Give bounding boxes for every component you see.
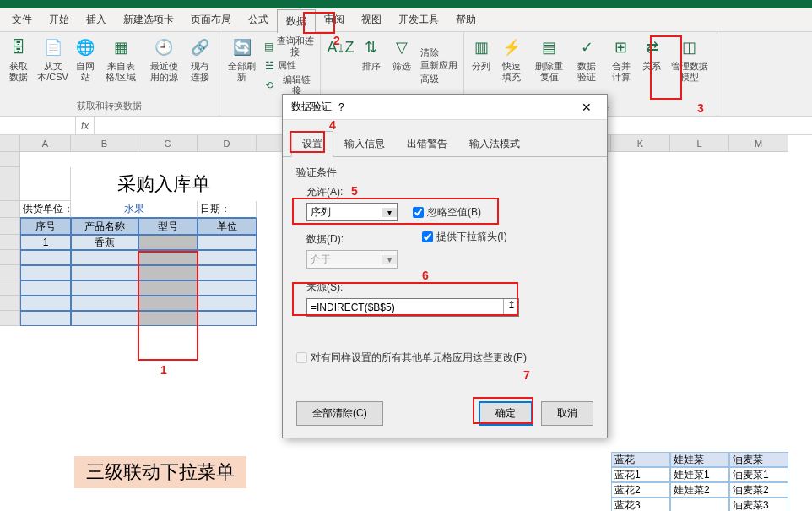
tab-settings[interactable]: 设置 bbox=[291, 131, 333, 157]
menu-help[interactable]: 帮助 bbox=[447, 8, 484, 32]
col-header[interactable]: A bbox=[20, 135, 71, 152]
cell[interactable] bbox=[71, 250, 138, 265]
cell[interactable] bbox=[138, 265, 198, 280]
allow-input[interactable] bbox=[307, 206, 382, 218]
cell[interactable] bbox=[198, 265, 257, 280]
cell[interactable] bbox=[71, 311, 138, 326]
menu-data[interactable]: 数据 bbox=[277, 9, 316, 33]
row-header[interactable] bbox=[0, 218, 20, 235]
sort-button[interactable]: ⇅排序 bbox=[356, 34, 387, 98]
cell[interactable] bbox=[71, 265, 138, 280]
dialog-title-bar[interactable]: 数据验证 ? ✕ bbox=[283, 95, 607, 120]
close-button[interactable]: ✕ bbox=[575, 101, 598, 114]
row-header[interactable] bbox=[0, 280, 20, 296]
source-box[interactable]: ↥ bbox=[306, 298, 519, 317]
cell[interactable] bbox=[71, 296, 138, 311]
cell[interactable] bbox=[20, 311, 71, 326]
row-header[interactable] bbox=[0, 311, 20, 326]
checkbox[interactable] bbox=[413, 207, 424, 218]
dropdown-checkbox[interactable]: 提供下拉箭头(I) bbox=[422, 230, 506, 244]
chevron-down-icon[interactable]: ▾ bbox=[382, 208, 397, 217]
checkbox[interactable] bbox=[422, 231, 433, 242]
tab-error[interactable]: 出错警告 bbox=[396, 131, 458, 157]
allow-combo[interactable]: ▾ bbox=[306, 203, 398, 221]
cell-model[interactable] bbox=[138, 235, 198, 250]
from-range-button[interactable]: ▦来自表格/区域 bbox=[99, 34, 143, 98]
col-header[interactable]: K bbox=[611, 135, 670, 152]
cell[interactable] bbox=[138, 296, 198, 311]
side-td[interactable]: 蓝花2 bbox=[611, 482, 670, 497]
row-header[interactable] bbox=[0, 167, 20, 201]
side-td[interactable]: 油麦菜3 bbox=[729, 497, 788, 511]
dm-button[interactable]: ◫管理数据模型 bbox=[665, 34, 713, 98]
menu-view[interactable]: 视图 bbox=[353, 8, 390, 32]
menu-dev[interactable]: 开发工具 bbox=[390, 8, 447, 32]
col-header[interactable]: D bbox=[198, 135, 257, 152]
ok-button[interactable]: 确定 bbox=[479, 401, 533, 426]
help-button[interactable]: ? bbox=[332, 101, 351, 113]
from-csv-button[interactable]: 📄从文本/CSV bbox=[34, 34, 72, 98]
col-header[interactable]: B bbox=[71, 135, 138, 152]
menu-formula[interactable]: 公式 bbox=[240, 8, 277, 32]
fx-button[interactable]: fx bbox=[76, 117, 95, 134]
row-header[interactable] bbox=[0, 296, 20, 311]
menu-newtab[interactable]: 新建选项卡 bbox=[115, 8, 182, 32]
tab-ime[interactable]: 输入法模式 bbox=[458, 131, 531, 157]
cell[interactable] bbox=[198, 311, 257, 326]
props-button[interactable]: ☱属性 bbox=[261, 58, 317, 73]
cell[interactable] bbox=[198, 250, 257, 265]
ignore-blank-checkbox[interactable]: 忽略空值(B) bbox=[413, 205, 481, 220]
menu-insert[interactable]: 插入 bbox=[78, 8, 115, 32]
cell[interactable] bbox=[138, 311, 198, 326]
col-header[interactable]: L bbox=[670, 135, 729, 152]
filter-button[interactable]: ▽筛选 bbox=[387, 34, 417, 98]
side-td[interactable]: 蓝花1 bbox=[611, 467, 670, 482]
cell[interactable] bbox=[20, 250, 71, 265]
col-header[interactable]: C bbox=[138, 135, 198, 152]
col-header[interactable]: M bbox=[729, 135, 788, 152]
side-td[interactable]: 娃娃菜2 bbox=[670, 482, 729, 497]
menu-home[interactable]: 开始 bbox=[41, 8, 78, 32]
sort-az-button[interactable]: A↓Z bbox=[326, 34, 356, 98]
row-header[interactable] bbox=[0, 265, 20, 280]
row-header[interactable] bbox=[0, 250, 20, 265]
recent-button[interactable]: 🕘最近使用的源 bbox=[143, 34, 185, 98]
menu-layout[interactable]: 页面布局 bbox=[182, 8, 240, 32]
cell-unit[interactable] bbox=[198, 235, 257, 250]
cell[interactable] bbox=[20, 296, 71, 311]
side-td[interactable]: 油麦菜1 bbox=[729, 467, 788, 482]
side-td[interactable]: 娃娃菜1 bbox=[670, 467, 729, 482]
cell-seq[interactable]: 1 bbox=[20, 235, 71, 250]
adv-button[interactable]: 高级 bbox=[417, 73, 459, 85]
select-all-corner[interactable] bbox=[0, 135, 20, 152]
row-header[interactable] bbox=[0, 201, 20, 218]
existing-button[interactable]: 🔗现有连接 bbox=[185, 34, 215, 98]
rel-button[interactable]: ⇄关系 bbox=[638, 34, 665, 98]
supplier-value[interactable]: 水果 bbox=[71, 201, 198, 218]
cell[interactable] bbox=[138, 280, 198, 296]
row-header[interactable] bbox=[0, 235, 20, 250]
flash-button[interactable]: ⚡快速填充 bbox=[495, 34, 529, 98]
cell[interactable] bbox=[198, 296, 257, 311]
qc-button[interactable]: ▤查询和连接 bbox=[261, 35, 317, 58]
source-input[interactable] bbox=[307, 299, 503, 316]
get-data-button[interactable]: 🗄获取数据 bbox=[3, 34, 34, 98]
cell[interactable] bbox=[138, 250, 198, 265]
reapply-button[interactable]: 重新应用 bbox=[417, 59, 459, 72]
clear-all-button[interactable]: 全部清除(C) bbox=[296, 401, 383, 426]
side-td[interactable]: 油麦菜2 bbox=[729, 482, 788, 497]
refresh-button[interactable]: 🔄全部刷新 bbox=[223, 34, 261, 98]
row-header[interactable] bbox=[0, 152, 20, 167]
cell[interactable] bbox=[20, 280, 71, 296]
cell[interactable] bbox=[198, 280, 257, 296]
cell-product[interactable]: 香蕉 bbox=[71, 235, 138, 250]
cell[interactable] bbox=[20, 167, 71, 201]
tab-input[interactable]: 输入信息 bbox=[333, 131, 396, 157]
menu-file[interactable]: 文件 bbox=[3, 8, 41, 32]
menu-review[interactable]: 审阅 bbox=[316, 8, 353, 32]
name-box[interactable] bbox=[0, 117, 76, 134]
cell[interactable] bbox=[71, 280, 138, 296]
consol-button[interactable]: ⊞合并计算 bbox=[604, 34, 639, 98]
range-picker-icon[interactable]: ↥ bbox=[503, 299, 518, 316]
side-td[interactable]: 蓝花3 bbox=[611, 497, 670, 511]
